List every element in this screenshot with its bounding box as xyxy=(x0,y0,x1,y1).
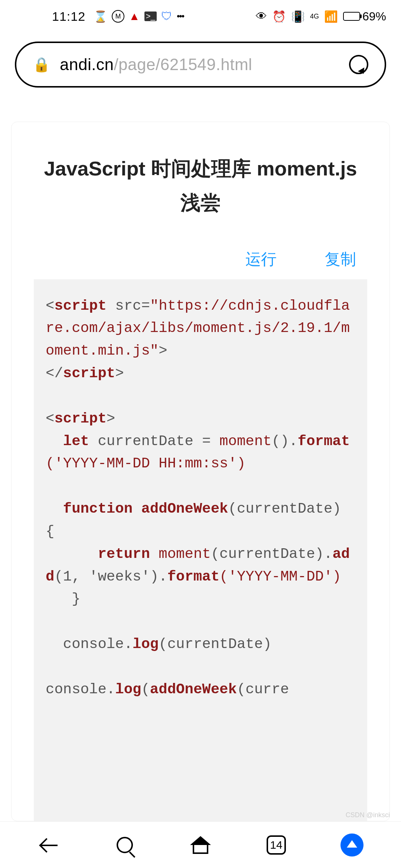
bottom-nav: 14 xyxy=(0,821,401,868)
back-button[interactable] xyxy=(36,832,62,858)
lock-icon: 🔒 xyxy=(33,56,50,73)
article-card: JavaScript 时间处理库 moment.js 浅尝 运行 复制 <scr… xyxy=(11,122,390,821)
article-title: JavaScript 时间处理库 moment.js 浅尝 xyxy=(12,152,389,220)
battery-indicator: 69% xyxy=(343,10,386,23)
search-button[interactable] xyxy=(112,832,138,858)
scroll-top-button[interactable] xyxy=(339,832,365,858)
content-area[interactable]: JavaScript 时间处理库 moment.js 浅尝 运行 复制 <scr… xyxy=(0,92,401,821)
arrow-up-circle-icon xyxy=(340,834,363,857)
vibrate-icon: 📳 xyxy=(291,10,305,23)
watermark: CSDN @inksci xyxy=(346,811,390,819)
terminal-icon: >_ xyxy=(144,11,157,21)
search-icon xyxy=(117,837,133,853)
tabs-icon: 14 xyxy=(267,835,286,855)
status-left: 11:12 ⌛ M ▲ >_ 🛡 ••• xyxy=(52,9,184,24)
network-type: 4G xyxy=(310,13,319,19)
more-icon: ••• xyxy=(177,11,184,22)
arrow-left-icon xyxy=(40,836,58,854)
code-block[interactable]: <script src="https://cdnjs.cloudflare.co… xyxy=(34,279,367,821)
url-domain: andi.cn xyxy=(60,55,114,73)
status-time: 11:12 xyxy=(52,9,85,24)
run-button[interactable]: 运行 xyxy=(245,249,277,270)
url-bar[interactable]: 🔒 andi.cn/page/621549.html xyxy=(15,42,386,88)
battery-percent: 69% xyxy=(362,10,386,23)
copy-button[interactable]: 复制 xyxy=(325,249,356,270)
eye-icon: 👁 xyxy=(256,10,267,23)
signal-icon: 📶 xyxy=(324,10,338,23)
alarm-icon: ⏰ xyxy=(272,10,286,23)
home-button[interactable] xyxy=(188,832,213,858)
status-bar: 11:12 ⌛ M ▲ >_ 🛡 ••• 👁 ⏰ 📳 4G 📶 69% xyxy=(0,0,401,33)
url-path: /page/621549.html xyxy=(114,55,252,73)
code-actions: 运行 复制 xyxy=(12,220,389,279)
home-icon xyxy=(190,836,211,845)
status-right: 👁 ⏰ 📳 4G 📶 69% xyxy=(256,10,386,23)
hourglass-icon: ⌛ xyxy=(94,10,107,23)
app-badge-icon: M xyxy=(112,10,124,23)
refresh-icon[interactable] xyxy=(349,55,368,74)
shield-icon: 🛡 xyxy=(161,10,172,23)
battery-icon xyxy=(343,12,360,21)
triangle-icon: ▲ xyxy=(129,10,140,23)
tabs-button[interactable]: 14 xyxy=(263,832,289,858)
url-text[interactable]: andi.cn/page/621549.html xyxy=(60,55,339,74)
url-bar-container: 🔒 andi.cn/page/621549.html xyxy=(0,33,401,92)
